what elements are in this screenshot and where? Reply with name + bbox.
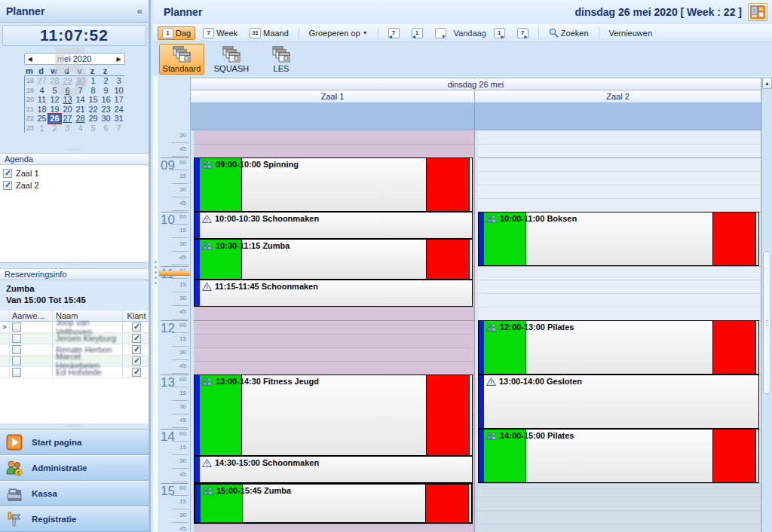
event-zumba[interactable]: 10:30-11:15 Zumba: [194, 239, 473, 280]
calendar-day[interactable]: 28: [74, 114, 87, 124]
calendar-day[interactable]: 6: [100, 124, 112, 133]
allday-area[interactable]: [190, 103, 761, 130]
checkbox[interactable]: [3, 169, 12, 178]
customer-checkbox[interactable]: [132, 323, 141, 332]
calendar-day[interactable]: 1: [87, 76, 100, 86]
customer-checkbox[interactable]: [132, 334, 141, 343]
calendar-day[interactable]: 24: [112, 105, 125, 115]
calendar-day[interactable]: 4: [35, 86, 48, 96]
layout-button[interactable]: [748, 3, 767, 21]
calendar-day[interactable]: 9: [100, 86, 112, 96]
calendar-day[interactable]: 19: [48, 105, 61, 115]
scrollbar-thumb[interactable]: [763, 251, 771, 394]
calendar-day[interactable]: 26: [48, 114, 61, 124]
present-checkbox[interactable]: [12, 368, 21, 377]
today-label[interactable]: Vandaag: [454, 29, 486, 38]
reservation-row[interactable]: Jeroen Kleyburg: [0, 333, 149, 344]
view-week-button[interactable]: 7 Week: [198, 26, 242, 40]
event-fitness-jeugd[interactable]: 13:00-14:30 Fitness Jeugd: [194, 375, 473, 456]
customer-checkbox[interactable]: [132, 356, 141, 365]
month-label[interactable]: mei 2020: [35, 54, 114, 63]
calendar-day[interactable]: 27: [61, 114, 74, 124]
day-column-header[interactable]: dinsdag 26 mei: [190, 78, 761, 90]
nav-item-registratie[interactable]: Registratie: [0, 506, 149, 532]
prev-week-button[interactable]: 7◄: [384, 26, 404, 40]
prev-month-icon[interactable]: ◀: [25, 56, 35, 63]
view-day-button[interactable]: 1 Dag: [158, 26, 195, 40]
column-header-customer[interactable]: Klant: [123, 310, 149, 321]
calendar-day[interactable]: 17: [112, 95, 125, 105]
customer-checkbox[interactable]: [132, 345, 141, 354]
search-button[interactable]: Zoeken: [544, 26, 593, 39]
calendar-day[interactable]: 27: [35, 76, 48, 86]
present-checkbox[interactable]: [12, 356, 21, 365]
view-month-button[interactable]: 31 Maand: [245, 26, 293, 40]
calendar-day[interactable]: 29: [87, 114, 100, 124]
event-zumba[interactable]: 15:00-15:45 Zumba: [194, 483, 473, 524]
next-day-button[interactable]: 1►: [489, 26, 510, 40]
calendar-day[interactable]: 8: [87, 86, 100, 96]
calendar-day[interactable]: 28: [48, 76, 61, 86]
calendar-day[interactable]: 18: [35, 105, 48, 115]
calendar-day[interactable]: 13: [61, 95, 74, 105]
calendar-day[interactable]: 1: [35, 124, 48, 133]
calendar-day[interactable]: 12: [48, 95, 61, 105]
customer-checkbox[interactable]: [132, 368, 141, 377]
calendar-day[interactable]: 14: [74, 95, 87, 105]
splitter-handle[interactable]: ·····: [0, 263, 149, 268]
splitter-handle[interactable]: ·····: [0, 423, 149, 429]
checkbox[interactable]: [3, 181, 12, 190]
calendar-day[interactable]: 11: [35, 95, 48, 105]
event-schoonmaken[interactable]: !10:00-10:30 Schoonmaken: [194, 212, 473, 239]
nav-item-start-pagina[interactable]: Start pagina: [0, 430, 149, 455]
next-week-button[interactable]: 7►: [513, 26, 533, 40]
nav-item-administratie[interactable]: €Administratie: [0, 455, 149, 481]
goto-today-button[interactable]: ▼: [430, 26, 451, 40]
agenda-item-zaal-2[interactable]: Zaal 2: [3, 179, 146, 191]
event-boksen[interactable]: 10:00-11:00 Boksen: [478, 212, 759, 266]
prev-day-button[interactable]: 1◄: [407, 26, 427, 40]
calendar-day[interactable]: 30: [100, 114, 112, 124]
present-checkbox[interactable]: [12, 323, 21, 332]
collapse-sidebar-icon[interactable]: «: [137, 5, 142, 17]
scroll-up-icon[interactable]: ▲: [762, 78, 772, 89]
event-pilates[interactable]: 12:00-13:00 Pilates: [478, 320, 759, 375]
agenda-item-zaal-1[interactable]: Zaal 1: [3, 167, 146, 179]
allday-cell-zaal-1[interactable]: [191, 103, 475, 130]
event-schoonmaken[interactable]: !11:15-11:45 Schoonmaken: [194, 280, 473, 307]
calendar-day[interactable]: 2: [48, 124, 61, 133]
event-schoonmaken[interactable]: !14:30-15:00 Schoonmaken: [194, 456, 473, 483]
reservation-row[interactable]: Marcel Henkebeien: [0, 356, 149, 367]
sidebar-splitter[interactable]: [153, 76, 159, 532]
calendar-day[interactable]: 7: [74, 86, 87, 96]
column-zaal-1[interactable]: 09:00-10:00 Spinning !10:00-10:30 Schoon…: [191, 130, 475, 532]
tab-standaard[interactable]: Standaard: [159, 44, 204, 75]
event-gesloten[interactable]: !13:00-14:00 Gesloten: [478, 375, 759, 429]
tab-squash[interactable]: SQUASH: [209, 44, 254, 75]
present-checkbox[interactable]: [12, 334, 21, 343]
present-checkbox[interactable]: [12, 345, 21, 354]
calendar-day[interactable]: 29: [61, 76, 74, 86]
calendar-day[interactable]: 25: [35, 114, 48, 124]
column-header-present[interactable]: Aanwe...: [10, 310, 53, 321]
calendar-day[interactable]: 20: [61, 105, 74, 115]
refresh-button[interactable]: Vernieuwen: [605, 27, 657, 39]
tab-les[interactable]: LES: [259, 44, 304, 75]
calendar-day[interactable]: 21: [74, 105, 87, 115]
reservation-row[interactable]: > Joop van Velthoven: [0, 322, 149, 333]
vertical-scrollbar[interactable]: ▲: [761, 78, 772, 532]
group-by-button[interactable]: Groeperen op ▼: [305, 27, 372, 39]
next-month-icon[interactable]: ▶: [114, 56, 124, 63]
calendar-day[interactable]: 15: [87, 95, 100, 105]
calendar-day[interactable]: 7: [112, 124, 125, 133]
reservation-row[interactable]: Ed Hofstede: [0, 367, 149, 378]
calendar-day[interactable]: 16: [100, 95, 112, 105]
event-spinning[interactable]: 09:00-10:00 Spinning: [194, 157, 473, 212]
room-header-zaal-1[interactable]: Zaal 1: [190, 90, 474, 103]
calendar-day[interactable]: 31: [112, 114, 125, 124]
calendar-day[interactable]: 6: [61, 86, 74, 96]
calendar-day[interactable]: 4: [74, 124, 87, 133]
room-header-zaal-2[interactable]: Zaal 2: [474, 90, 761, 103]
calendar-day[interactable]: 22: [87, 105, 100, 115]
calendar-day[interactable]: 3: [112, 76, 125, 86]
